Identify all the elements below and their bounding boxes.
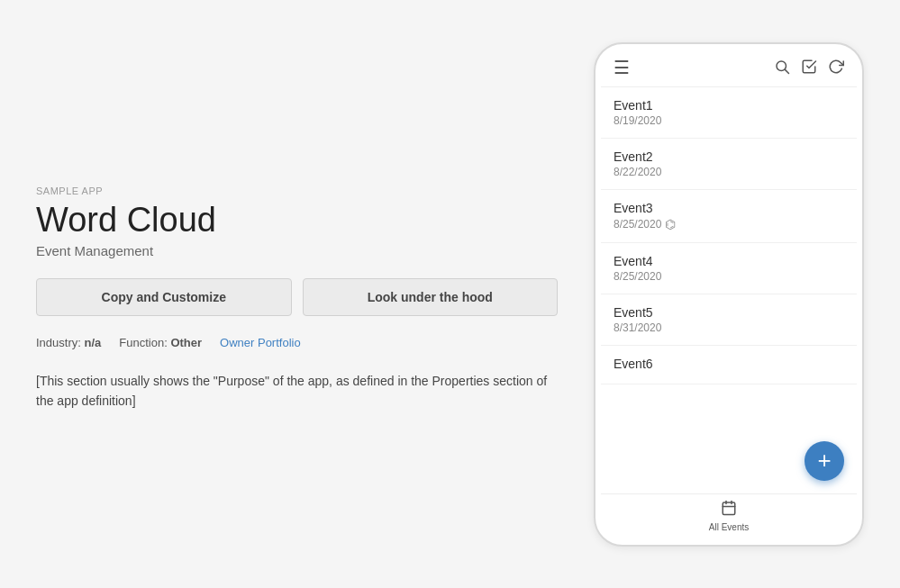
event-date: 8/22/2020 xyxy=(614,166,844,178)
app-description: [This section usually shows the "Purpose… xyxy=(36,371,558,412)
calendar-icon xyxy=(721,500,737,520)
sample-app-label: SAMPLE APP xyxy=(36,185,558,196)
list-item[interactable]: Event6 xyxy=(601,346,857,384)
event-name: Event6 xyxy=(614,357,844,371)
svg-line-1 xyxy=(785,69,788,73)
list-item[interactable]: Event3 8/25/2020 ⌬ xyxy=(601,190,857,243)
search-icon[interactable] xyxy=(774,59,790,77)
event-list[interactable]: Event1 8/19/2020 Event2 8/22/2020 Event3… xyxy=(601,87,857,493)
copy-customize-button[interactable]: Copy and Customize xyxy=(36,278,292,316)
left-panel: SAMPLE APP Word Cloud Event Management C… xyxy=(36,176,558,412)
event-date: 8/25/2020 ⌬ xyxy=(614,217,844,231)
industry-meta: Industry: n/a xyxy=(36,336,101,349)
event-name: Event1 xyxy=(614,98,844,113)
event-list-wrapper: Event1 8/19/2020 Event2 8/22/2020 Event3… xyxy=(601,87,857,493)
app-subtitle: Event Management xyxy=(36,243,558,258)
check-square-icon[interactable] xyxy=(801,59,817,77)
main-container: SAMPLE APP Word Cloud Event Management C… xyxy=(0,0,900,588)
app-title: Word Cloud xyxy=(36,202,558,240)
filter-icon[interactable]: ☰ xyxy=(614,59,629,77)
refresh-icon[interactable] xyxy=(828,59,844,77)
action-buttons: Copy and Customize Look under the hood xyxy=(36,278,558,316)
event-date: 8/31/2020 xyxy=(614,321,844,334)
event-date: 8/19/2020 xyxy=(614,114,844,127)
right-panel: ☰ xyxy=(594,42,864,547)
list-item[interactable]: Event1 8/19/2020 xyxy=(601,87,857,139)
event-name: Event5 xyxy=(614,305,844,320)
list-item[interactable]: Event4 8/25/2020 xyxy=(601,243,857,294)
plus-icon: + xyxy=(817,448,831,472)
function-meta: Function: Other xyxy=(119,336,202,349)
owner-portfolio-link[interactable]: Owner Portfolio xyxy=(220,336,301,349)
meta-row: Industry: n/a Function: Other Owner Port… xyxy=(36,336,558,349)
list-item[interactable]: Event5 8/31/2020 xyxy=(601,294,857,346)
event-date: 8/25/2020 xyxy=(614,270,844,283)
list-item[interactable]: Event2 8/22/2020 xyxy=(601,139,857,190)
phone-mockup: ☰ xyxy=(594,42,864,547)
app-screen: ☰ xyxy=(601,50,857,539)
toolbar-left: ☰ xyxy=(614,59,629,77)
bottom-nav-label: All Events xyxy=(709,522,749,532)
add-event-fab[interactable]: + xyxy=(805,441,844,481)
toolbar-right xyxy=(774,59,844,77)
event-name: Event2 xyxy=(614,149,844,164)
svg-rect-2 xyxy=(723,502,735,515)
event-name: Event3 xyxy=(614,201,844,215)
app-toolbar: ☰ xyxy=(601,50,857,87)
look-under-hood-button[interactable]: Look under the hood xyxy=(303,278,559,316)
event-name: Event4 xyxy=(614,254,844,268)
app-bottom-nav: All Events xyxy=(601,493,857,539)
